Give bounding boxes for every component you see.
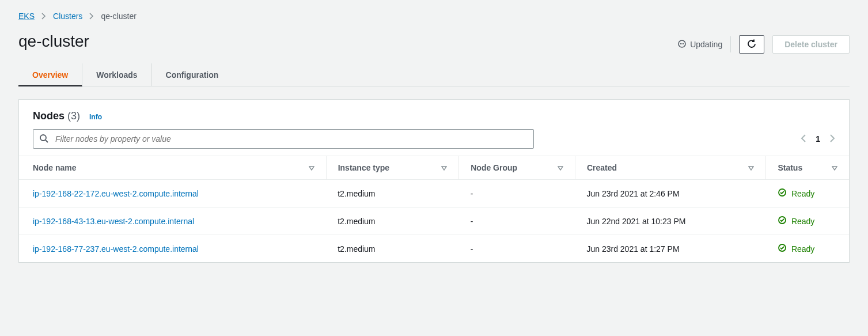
nodes-panel: Nodes (3) Info 1: [18, 99, 850, 263]
status-ready: Ready: [778, 188, 837, 199]
chevron-right-icon: [41, 13, 46, 20]
svg-point-1: [680, 43, 681, 44]
sort-icon: [832, 163, 837, 172]
check-circle-icon: [778, 188, 787, 199]
updating-icon: [677, 39, 687, 50]
breadcrumb-root[interactable]: EKS: [18, 12, 35, 21]
col-header-group[interactable]: Node Group: [459, 156, 575, 180]
cell-group: -: [459, 207, 575, 235]
page-next[interactable]: [829, 134, 835, 145]
delete-cluster-button[interactable]: Delete cluster: [772, 35, 850, 54]
status-ready: Ready: [778, 243, 837, 254]
check-circle-icon: [778, 243, 787, 254]
svg-line-5: [46, 140, 48, 142]
cell-instance: t2.medium: [326, 235, 459, 263]
table-row: ip-192-168-22-172.eu-west-2.compute.inte…: [19, 180, 849, 207]
cell-created: Jun 23rd 2021 at 1:27 PM: [575, 235, 765, 263]
cell-group: -: [459, 180, 575, 207]
breadcrumb: EKS Clusters qe-cluster: [18, 12, 850, 21]
node-name-link[interactable]: ip-192-168-22-172.eu-west-2.compute.inte…: [33, 189, 199, 198]
cell-group: -: [459, 235, 575, 263]
refresh-icon: [747, 39, 756, 50]
filter-box[interactable]: [33, 129, 534, 149]
table-row: ip-192-168-77-237.eu-west-2.compute.inte…: [19, 235, 849, 263]
info-link[interactable]: Info: [89, 113, 102, 121]
panel-title-text: Nodes: [33, 110, 65, 122]
status-ready: Ready: [778, 216, 837, 226]
svg-point-2: [681, 43, 683, 44]
svg-point-3: [683, 43, 684, 44]
pagination: 1: [801, 134, 835, 145]
nodes-table: Node name Instance type Node Group Creat…: [19, 156, 849, 262]
col-header-created[interactable]: Created: [575, 156, 765, 180]
col-header-instance[interactable]: Instance type: [326, 156, 459, 180]
breadcrumb-parent[interactable]: Clusters: [53, 12, 82, 21]
svg-point-4: [40, 135, 46, 141]
sort-icon: [309, 163, 314, 172]
status-label: Updating: [690, 40, 722, 49]
tab-configuration[interactable]: Configuration: [152, 63, 233, 86]
col-header-name[interactable]: Node name: [19, 156, 326, 180]
cell-created: Jun 22nd 2021 at 10:23 PM: [575, 207, 765, 235]
page-title: qe-cluster: [18, 32, 89, 51]
sort-icon: [558, 163, 563, 172]
sort-icon: [748, 163, 754, 172]
header-actions: Updating Delete cluster: [677, 35, 850, 54]
sort-icon: [441, 163, 447, 172]
node-name-link[interactable]: ip-192-168-77-237.eu-west-2.compute.inte…: [33, 244, 199, 254]
breadcrumb-current: qe-cluster: [101, 12, 136, 21]
filter-input[interactable]: [54, 134, 528, 144]
panel-count: (3): [67, 110, 80, 122]
node-name-link[interactable]: ip-192-168-43-13.eu-west-2.compute.inter…: [33, 217, 194, 226]
status-badge: Updating: [677, 39, 722, 50]
tab-overview[interactable]: Overview: [18, 63, 82, 86]
col-header-status[interactable]: Status: [766, 156, 849, 180]
cell-instance: t2.medium: [326, 207, 459, 235]
tab-workloads[interactable]: Workloads: [82, 63, 151, 86]
divider: [730, 36, 731, 52]
page-number: 1: [816, 134, 820, 144]
chevron-right-icon: [89, 13, 94, 20]
tabs: Overview Workloads Configuration: [18, 63, 850, 86]
refresh-button[interactable]: [739, 35, 764, 54]
table-row: ip-192-168-43-13.eu-west-2.compute.inter…: [19, 207, 849, 235]
check-circle-icon: [778, 216, 787, 226]
page-prev[interactable]: [801, 134, 806, 145]
cell-created: Jun 23rd 2021 at 2:46 PM: [575, 180, 765, 207]
panel-title: Nodes (3): [33, 110, 80, 122]
cell-instance: t2.medium: [326, 180, 459, 207]
search-icon: [39, 134, 48, 145]
